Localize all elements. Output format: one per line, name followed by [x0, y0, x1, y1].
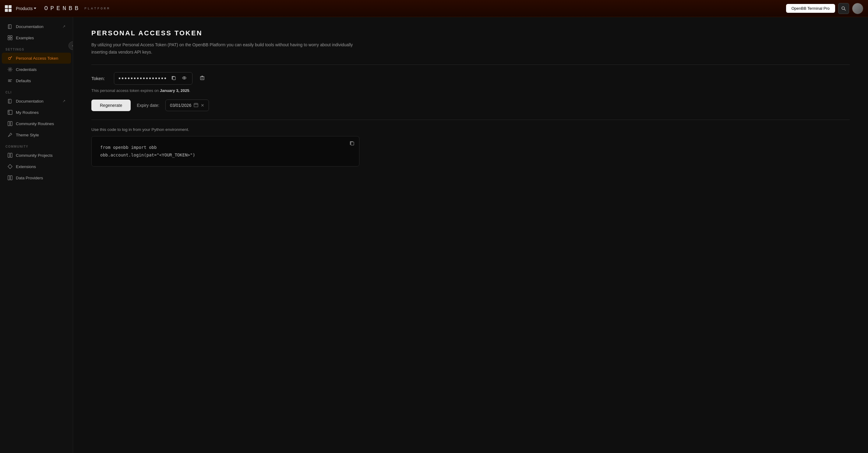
- svg-rect-7: [10, 38, 12, 40]
- community-projects-icon: [7, 153, 13, 158]
- topnav: Products OPENBB PLATFORM OpenBB Terminal…: [0, 0, 868, 17]
- sidebar-item-community-projects[interactable]: Community Projects: [2, 150, 71, 161]
- sidebar-item-personal-access-token[interactable]: Personal Access Token: [2, 53, 71, 64]
- defaults-icon: [7, 78, 13, 84]
- products-button[interactable]: Products: [14, 5, 38, 12]
- svg-rect-32: [194, 103, 198, 106]
- book-icon: [7, 98, 13, 104]
- token-expiry-text: This personal access token expires on Ja…: [91, 88, 850, 93]
- sidebar-item-label: Credentials: [16, 67, 36, 72]
- regenerate-row: Regenerate Expiry date: 03/01/2026 ✕: [91, 100, 850, 111]
- sidebar-item-label: Extensions: [16, 164, 36, 169]
- sidebar-item-label: Data Providers: [16, 176, 43, 180]
- sidebar-item-label: Personal Access Token: [16, 56, 58, 61]
- topnav-right: OpenBB Terminal Pro: [786, 3, 863, 14]
- regenerate-button[interactable]: Regenerate: [91, 100, 131, 111]
- svg-rect-36: [351, 142, 354, 145]
- expiry-date: January 3, 2025: [160, 88, 189, 93]
- sidebar-item-label: Community Projects: [16, 153, 53, 158]
- sidebar-item-label: Theme Style: [16, 133, 39, 137]
- divider-top: [91, 65, 850, 65]
- svg-rect-27: [200, 77, 204, 80]
- app-layout: ‹ Documentation ↗ Examples SETTINGS Pers…: [0, 17, 868, 453]
- sidebar-item-documentation-cli[interactable]: Documentation ↗: [2, 96, 71, 106]
- sidebar-item-label: Documentation: [16, 99, 43, 103]
- token-copy-button[interactable]: [170, 75, 178, 82]
- code-block: from openbb import obb obb.account.login…: [91, 136, 360, 166]
- expiry-date-label: Expiry date:: [137, 103, 159, 108]
- sidebar-item-examples[interactable]: Examples: [2, 32, 71, 43]
- theme-style-icon: [7, 132, 13, 138]
- search-button[interactable]: [838, 3, 849, 14]
- logo-text: OPENBB: [44, 5, 81, 12]
- code-intro: Use this code to log in from your Python…: [91, 127, 850, 132]
- sidebar-item-documentation-top[interactable]: Documentation ↗: [2, 21, 71, 32]
- svg-point-25: [182, 77, 186, 79]
- eye-icon: [182, 75, 187, 80]
- sidebar-item-my-routines[interactable]: My Routines: [2, 107, 71, 118]
- token-reveal-button[interactable]: [181, 75, 188, 82]
- copy-icon: [172, 75, 176, 80]
- expiry-date-value: 03/01/2026: [170, 103, 191, 108]
- terminal-pro-button[interactable]: OpenBB Terminal Pro: [786, 4, 835, 13]
- external-link-icon: ↗: [62, 24, 65, 29]
- svg-rect-5: [10, 36, 12, 37]
- my-routines-icon: [7, 109, 13, 115]
- gear-icon: [7, 67, 13, 72]
- sidebar-item-data-providers[interactable]: Data Providers: [2, 172, 71, 183]
- external-link-icon: ↗: [62, 99, 65, 103]
- extensions-icon: [7, 164, 13, 169]
- page-description: By utilizing your Personal Access Token …: [91, 41, 366, 56]
- sidebar-item-theme-style[interactable]: Theme Style: [2, 129, 71, 140]
- svg-rect-6: [8, 38, 10, 40]
- sidebar-item-label: Examples: [16, 36, 34, 40]
- chevron-down-icon: [34, 8, 36, 9]
- sidebar-item-community-routines[interactable]: Community Routines: [2, 118, 71, 129]
- sidebar-item-label: Defaults: [16, 78, 31, 83]
- grid-icon: [5, 5, 11, 12]
- token-dots: ••••••••••••••••: [119, 75, 167, 82]
- settings-section-label: SETTINGS: [0, 43, 73, 52]
- copy-icon: [350, 141, 355, 146]
- data-providers-icon: [7, 175, 13, 181]
- svg-rect-23: [10, 176, 12, 180]
- svg-rect-20: [10, 153, 12, 157]
- sidebar-item-credentials[interactable]: Credentials: [2, 64, 71, 75]
- svg-point-26: [184, 77, 185, 78]
- sidebar: ‹ Documentation ↗ Examples SETTINGS Pers…: [0, 17, 73, 453]
- community-section-label: COMMUNITY: [0, 141, 73, 150]
- topnav-left: Products OPENBB PLATFORM: [5, 5, 110, 12]
- svg-rect-19: [8, 153, 10, 157]
- products-label: Products: [16, 6, 33, 11]
- trash-icon: [200, 75, 205, 80]
- code-line-1: from openbb import obb: [100, 144, 350, 151]
- svg-rect-2: [8, 25, 11, 29]
- token-delete-button[interactable]: [197, 74, 208, 83]
- token-row: Token: ••••••••••••••••: [91, 72, 850, 85]
- expiry-clear-button[interactable]: ✕: [201, 103, 204, 108]
- svg-rect-18: [10, 122, 12, 126]
- svg-point-11: [9, 69, 11, 70]
- code-copy-button[interactable]: [350, 141, 355, 147]
- main-content: PERSONAL ACCESS TOKEN By utilizing your …: [73, 17, 868, 453]
- avatar[interactable]: [852, 3, 863, 14]
- svg-rect-24: [173, 77, 176, 80]
- svg-rect-17: [8, 122, 10, 126]
- sidebar-item-label: Community Routines: [16, 122, 54, 126]
- svg-rect-22: [8, 176, 10, 180]
- sidebar-item-defaults[interactable]: Defaults: [2, 75, 71, 86]
- code-line-2: obb.account.login(pat="<YOUR_TOKEN>"): [100, 151, 350, 159]
- avatar-image: [852, 3, 863, 14]
- logo-platform: PLATFORM: [84, 7, 110, 10]
- search-icon: [841, 6, 846, 11]
- sidebar-item-extensions[interactable]: Extensions: [2, 161, 71, 172]
- sidebar-item-label: Documentation: [16, 24, 43, 29]
- svg-line-1: [844, 9, 845, 10]
- expiry-prefix: This personal access token expires on: [91, 88, 159, 93]
- key-icon: [7, 56, 13, 61]
- token-label: Token:: [91, 76, 110, 81]
- community-routines-icon: [7, 121, 13, 126]
- book-icon: [7, 24, 13, 29]
- expiry-date-input[interactable]: 03/01/2026 ✕: [165, 100, 209, 111]
- cli-section-label: CLI: [0, 87, 73, 95]
